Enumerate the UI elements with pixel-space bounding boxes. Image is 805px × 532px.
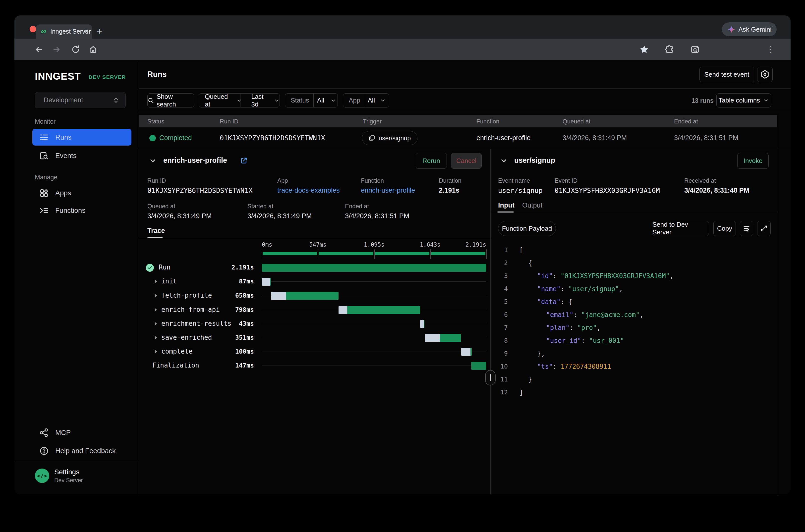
environment-value: Development bbox=[43, 96, 83, 104]
started-at-value: 3/4/2026, 8:31:49 PM bbox=[247, 212, 312, 220]
external-link-icon[interactable] bbox=[240, 157, 248, 165]
reload-button[interactable] bbox=[71, 45, 80, 54]
apps-icon bbox=[39, 188, 49, 198]
payload-line: 3"id": "01KJXSYPSFHBXX03GRJFV3A16M", bbox=[15, 272, 777, 285]
event-panel-title: user/signup bbox=[514, 156, 555, 165]
trace-tab[interactable]: Trace bbox=[147, 227, 165, 235]
duration-label: Duration bbox=[439, 177, 462, 184]
new-tab-button[interactable]: + bbox=[97, 26, 102, 37]
tab-input[interactable]: Input bbox=[498, 202, 514, 209]
token-punct: { bbox=[528, 259, 532, 267]
tab-output[interactable]: Output bbox=[522, 202, 542, 209]
invoke-button[interactable]: Invoke bbox=[737, 153, 769, 169]
payload-line: 9}, bbox=[15, 350, 777, 363]
settings-title: Settings bbox=[54, 468, 83, 476]
column-header-function[interactable]: Function bbox=[476, 118, 499, 125]
received-at-value: 3/4/2026, 8:31:48 PM bbox=[684, 187, 749, 194]
sidebar-item-functions[interactable]: Functions bbox=[32, 202, 131, 219]
table-row[interactable]: Completed 01KJXSYPZYB6TH2DSDSYETWN1X use… bbox=[139, 127, 777, 149]
column-header-run-id[interactable]: Run ID bbox=[220, 118, 239, 125]
settings-item[interactable]: </> Settings Dev Server bbox=[35, 468, 134, 484]
token-punct: : bbox=[581, 337, 589, 344]
line-number: 3 bbox=[482, 272, 508, 280]
status-text: Completed bbox=[159, 134, 192, 142]
queued-at-label: Queued at bbox=[147, 203, 175, 210]
line-content: "user_id": "usr_001" bbox=[546, 337, 624, 344]
app-filter[interactable]: App All bbox=[343, 93, 389, 108]
token-key: "user_id" bbox=[546, 337, 581, 344]
expand-payload-button[interactable] bbox=[757, 221, 771, 236]
mcp-share-icon bbox=[39, 428, 49, 437]
column-header-ended[interactable]: Ended at bbox=[674, 118, 698, 125]
browser-tab-strip: Inngest Server ✕ + Ask Gemini bbox=[15, 15, 790, 39]
monitor-section-label: Monitor bbox=[35, 118, 56, 125]
browser-tab[interactable]: Inngest Server ✕ bbox=[36, 24, 92, 39]
token-str: "user/signup" bbox=[568, 285, 619, 292]
back-button[interactable] bbox=[34, 45, 43, 54]
app-link[interactable]: trace-docs-examples bbox=[277, 187, 340, 194]
column-header-queued[interactable]: Queued at bbox=[563, 118, 591, 125]
rerun-button[interactable]: Rerun bbox=[416, 153, 447, 169]
line-content: "ts": 1772674308911 bbox=[537, 363, 611, 370]
status-dot bbox=[149, 135, 156, 141]
column-header-trigger[interactable]: Trigger bbox=[363, 118, 381, 125]
token-punct: } bbox=[528, 376, 532, 383]
extensions-icon[interactable] bbox=[664, 44, 675, 55]
table-columns-button[interactable]: Table columns bbox=[716, 93, 771, 108]
token-key: "email" bbox=[546, 311, 574, 319]
function-cell: enrich-user-profile bbox=[476, 134, 531, 142]
cancel-button[interactable]: Cancel bbox=[451, 153, 482, 169]
line-number: 9 bbox=[482, 350, 508, 357]
status-filter[interactable]: Status All bbox=[285, 93, 338, 108]
copy-button[interactable]: Copy bbox=[713, 221, 736, 236]
environment-select[interactable]: Development bbox=[35, 92, 126, 108]
token-punct: }, bbox=[537, 350, 545, 357]
sidebar-item-apps[interactable]: Apps bbox=[32, 185, 131, 201]
collapse-event-chevron-icon[interactable] bbox=[500, 157, 508, 165]
queued-at-filter[interactable]: Queued at Last 3d bbox=[199, 93, 280, 108]
send-test-event-button[interactable]: Send test event bbox=[699, 67, 754, 82]
sidebar-item-events[interactable]: Events bbox=[32, 147, 131, 164]
browser-menu-icon[interactable]: ⋮ bbox=[767, 44, 775, 54]
dev-server-badge: DEV SERVER bbox=[89, 74, 126, 80]
function-payload-pill[interactable]: Function Payload bbox=[498, 221, 556, 236]
close-window-button[interactable] bbox=[30, 26, 36, 32]
line-number: 6 bbox=[482, 311, 508, 318]
word-wrap-button[interactable] bbox=[740, 221, 753, 236]
token-punct: , bbox=[597, 324, 601, 331]
send-to-dev-server-button[interactable]: Send to Dev Server bbox=[652, 221, 709, 236]
input-tab-underline bbox=[497, 211, 514, 212]
browser-toolbar: i localhost:8288/runs Work ⋮ bbox=[15, 39, 790, 60]
forward-button[interactable] bbox=[52, 45, 61, 54]
expand-icon bbox=[760, 225, 768, 232]
gemini-icon bbox=[727, 25, 735, 34]
page-title: Runs bbox=[147, 70, 167, 79]
dev-server-gear-button[interactable] bbox=[757, 67, 773, 82]
bookmark-star-icon[interactable] bbox=[639, 44, 649, 55]
payload-line: 1[ bbox=[15, 246, 777, 259]
line-number: 11 bbox=[482, 376, 508, 383]
token-punct: , bbox=[640, 311, 644, 319]
sidebar-item-help[interactable]: Help and Feedback bbox=[32, 442, 131, 459]
sidebar-item-runs[interactable]: Runs bbox=[32, 129, 131, 146]
trigger-name: user/signup bbox=[379, 135, 411, 142]
column-header-status[interactable]: Status bbox=[147, 118, 164, 125]
search-tabs-icon[interactable] bbox=[690, 44, 700, 55]
show-search-button[interactable]: Show search bbox=[147, 93, 194, 108]
sidebar-item-mcp[interactable]: MCP bbox=[32, 424, 131, 441]
function-link[interactable]: enrich-user-profile bbox=[361, 187, 415, 194]
content-right-border bbox=[777, 115, 778, 494]
filters-divider bbox=[139, 111, 790, 111]
event-id-label: Event ID bbox=[555, 177, 578, 184]
ask-gemini-button[interactable]: Ask Gemini bbox=[722, 22, 776, 36]
trigger-pill[interactable]: user/signup bbox=[362, 131, 417, 145]
payload-line: 12] bbox=[15, 389, 777, 402]
event-name-value: user/signup bbox=[498, 187, 543, 194]
home-button[interactable] bbox=[89, 45, 98, 54]
collapse-run-chevron-icon[interactable] bbox=[149, 157, 157, 165]
close-tab-icon[interactable]: ✕ bbox=[83, 28, 89, 35]
run-id-cell: 01KJXSYPZYB6TH2DSDSYETWN1X bbox=[220, 134, 325, 142]
ended-at-label: Ended at bbox=[345, 203, 369, 210]
line-number: 5 bbox=[482, 298, 508, 305]
run-detail-title: enrich-user-profile bbox=[163, 156, 227, 165]
